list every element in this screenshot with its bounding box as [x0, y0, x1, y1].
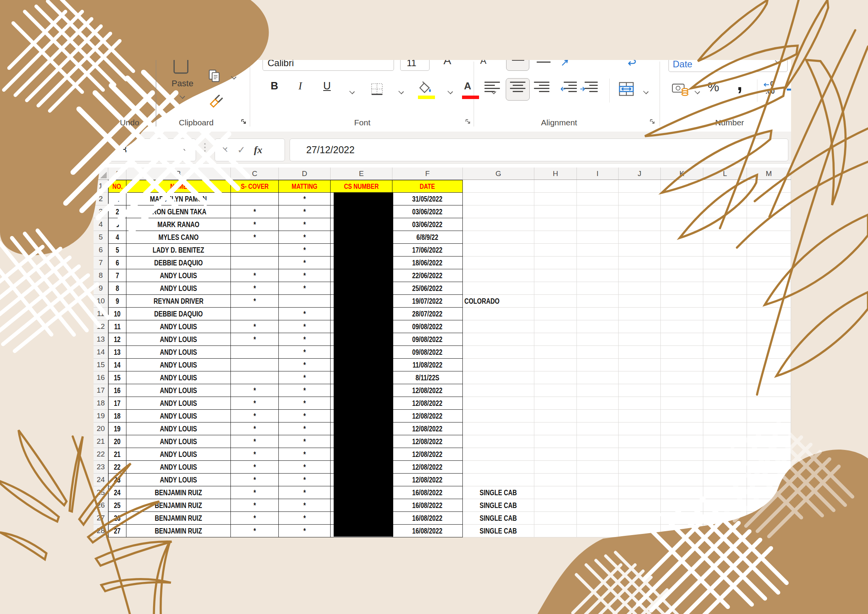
cell[interactable]	[463, 384, 534, 397]
row-header[interactable]: 13	[94, 333, 108, 346]
cell[interactable]	[703, 461, 747, 474]
cell[interactable]: 5	[108, 244, 126, 257]
orientation-icon[interactable]	[561, 60, 570, 67]
cell[interactable]	[619, 231, 661, 244]
cell[interactable]	[747, 282, 791, 295]
column-header-M[interactable]: M	[747, 168, 791, 180]
cell[interactable]	[534, 499, 577, 512]
cell[interactable]	[747, 205, 791, 218]
cell[interactable]	[463, 308, 534, 320]
row-header[interactable]: 23	[94, 461, 108, 474]
underline-dropdown-chevron[interactable]	[349, 89, 355, 94]
italic-button[interactable]: I	[298, 80, 302, 92]
cell[interactable]	[619, 218, 661, 231]
cell[interactable]	[463, 346, 534, 359]
cell[interactable]	[703, 257, 747, 269]
column-header-A[interactable]: A	[108, 168, 126, 180]
cell[interactable]: 24	[108, 486, 126, 499]
cell[interactable]	[577, 448, 619, 461]
cell[interactable]: BENJAMIN RUIZ	[126, 499, 231, 512]
cell[interactable]: 03/06/2022	[392, 205, 463, 218]
copy-icon[interactable]	[208, 69, 220, 82]
cell[interactable]	[534, 359, 577, 371]
cell[interactable]	[534, 308, 577, 320]
cell[interactable]	[577, 359, 619, 371]
decrease-indent-icon[interactable]	[564, 82, 577, 92]
cell[interactable]: 26	[108, 512, 126, 525]
cell[interactable]	[661, 180, 703, 193]
cell[interactable]	[534, 422, 577, 435]
cell[interactable]: CS NUMBER	[331, 180, 392, 193]
cell[interactable]: 27	[108, 525, 126, 537]
cell[interactable]	[577, 397, 619, 410]
cell[interactable]: *	[279, 486, 331, 499]
row-header[interactable]: 18	[94, 397, 108, 410]
cell[interactable]	[661, 269, 703, 282]
cell[interactable]	[703, 244, 747, 257]
cell[interactable]: ANDY LOUIS	[126, 269, 231, 282]
cell[interactable]	[661, 422, 703, 435]
cell[interactable]: ANDY LOUIS	[126, 461, 231, 474]
cell[interactable]: IRON GLENN TAKA	[126, 205, 231, 218]
cell[interactable]: 12/08/2022	[392, 422, 463, 435]
borders-icon[interactable]	[370, 82, 384, 96]
cell[interactable]	[463, 448, 534, 461]
row-header[interactable]: 14	[94, 346, 108, 359]
align-left-icon[interactable]	[484, 82, 500, 92]
cell[interactable]	[661, 346, 703, 359]
cell[interactable]	[703, 525, 747, 537]
cell[interactable]: *	[279, 218, 331, 231]
cell[interactable]: *	[231, 320, 279, 333]
row-header[interactable]: 3	[94, 205, 108, 218]
cell[interactable]	[463, 435, 534, 448]
row-header[interactable]: 10	[94, 295, 108, 308]
cell[interactable]: *	[279, 397, 331, 410]
column-header-E[interactable]: E	[331, 168, 392, 180]
cell[interactable]: 14	[108, 359, 126, 371]
cell[interactable]	[703, 193, 747, 205]
cell[interactable]: ANDY LOUIS	[126, 435, 231, 448]
cell[interactable]	[577, 308, 619, 320]
cell[interactable]	[747, 371, 791, 384]
decrease-font-size-button[interactable]: A	[480, 60, 486, 66]
align-center-button-selected[interactable]	[506, 78, 530, 101]
font-dialog-launcher-icon[interactable]	[465, 119, 471, 125]
cell[interactable]: 10	[108, 308, 126, 320]
comma-style-button[interactable]: ,	[737, 72, 742, 95]
fill-color-chevron[interactable]	[447, 89, 453, 94]
cell[interactable]: ANDY LOUIS	[126, 282, 231, 295]
bottom-align-icon[interactable]	[537, 60, 551, 63]
cell[interactable]	[231, 371, 279, 384]
cell[interactable]: 7	[108, 269, 126, 282]
cell[interactable]	[577, 295, 619, 308]
cell[interactable]	[619, 193, 661, 205]
cell[interactable]: ANDY LOUIS	[126, 359, 231, 371]
cell[interactable]	[703, 397, 747, 410]
paste-chevron[interactable]	[179, 93, 185, 99]
cell[interactable]	[231, 346, 279, 359]
cell[interactable]	[577, 193, 619, 205]
font-size-combobox[interactable]: 11	[400, 60, 430, 71]
column-header-H[interactable]: H	[534, 168, 577, 180]
column-header-G[interactable]: G	[463, 168, 534, 180]
cell[interactable]	[619, 410, 661, 422]
cell[interactable]	[463, 359, 534, 371]
cell[interactable]	[463, 218, 534, 231]
alignment-dialog-launcher-icon[interactable]	[650, 119, 656, 125]
cell[interactable]	[703, 448, 747, 461]
cell[interactable]: 19/07/2022	[392, 295, 463, 308]
cell[interactable]: *	[231, 384, 279, 397]
cell[interactable]	[619, 474, 661, 486]
cell[interactable]: *	[279, 448, 331, 461]
row-header[interactable]: 24	[94, 474, 108, 486]
cell[interactable]	[661, 308, 703, 320]
cell[interactable]: ANDY LOUIS	[126, 320, 231, 333]
cell[interactable]	[577, 320, 619, 333]
cell[interactable]	[577, 435, 619, 448]
cell[interactable]	[534, 410, 577, 422]
cell[interactable]: BENJAMIN RUIZ	[126, 525, 231, 537]
cell[interactable]	[661, 231, 703, 244]
cell[interactable]: 8/11/22S	[392, 371, 463, 384]
cell[interactable]: *	[231, 422, 279, 435]
cell[interactable]: 12/08/2022	[392, 448, 463, 461]
